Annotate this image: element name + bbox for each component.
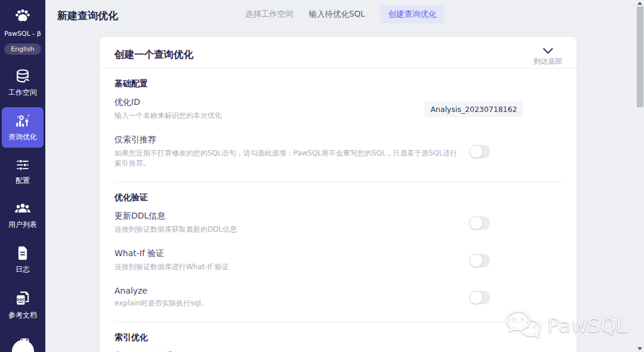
paw-logo-icon <box>14 8 32 26</box>
sidebar: PawSQL - β English 工作空间查询优化配置用户列表日志DOC参考… <box>0 0 45 352</box>
sidebar-item-label: 工作空间 <box>8 88 37 98</box>
setting-label: What-If 验证 <box>114 248 228 259</box>
setting-description: explain时是否实际执行sql。 <box>114 298 208 309</box>
svg-text:DOC: DOC <box>17 298 24 301</box>
sidebar-item-label: 日志 <box>16 264 30 275</box>
setting-description: 连接到验证数据库获取最新的DDL信息 <box>114 225 237 235</box>
create-optimization-card: 创建一个查询优化 到达底部 基础配置优化ID输入一个名称来标识您的本次优化仅索引… <box>100 37 577 352</box>
sidebar-item-workspace[interactable]: 工作空间 <box>2 63 44 103</box>
app-name: PawSQL - β <box>4 30 41 38</box>
scrollbar-up-arrow[interactable] <box>637 2 642 5</box>
optimization-id-input[interactable] <box>425 101 523 117</box>
setting-row-dedup-existing-indexes: 和已有索引去重是否和工作空间中现有的索引进行去重 <box>114 343 562 352</box>
setting-row-index-only-recommendation: 仅索引推荐如果您近期不打算修改的您的SQL语句，请勾选此选项；PawSQL将不会… <box>114 127 562 175</box>
database-icon <box>14 68 31 84</box>
input-wrap <box>425 101 523 117</box>
step-select-workspace[interactable]: 选择工作空间 <box>245 9 293 20</box>
what-if-validation-toggle[interactable] <box>469 254 490 267</box>
setting-description: 输入一个名称来标识您的本次优化 <box>114 111 222 121</box>
logo: PawSQL - β <box>4 8 41 38</box>
sidebar-item-label: 查询优化 <box>8 132 37 142</box>
users-icon <box>14 201 32 216</box>
section-title: 索引优化 <box>114 332 562 343</box>
sidebar-item-label: 配置 <box>16 176 30 186</box>
section-基础配置: 基础配置优化ID输入一个名称来标识您的本次优化仅索引推荐如果您近期不打算修改的您… <box>114 68 562 182</box>
index-only-recommendation-toggle[interactable] <box>469 145 490 158</box>
sidebar-item-user-list[interactable]: 用户列表 <box>2 195 44 235</box>
setting-row-optimization-id: 优化ID输入一个名称来标识您的本次优化 <box>114 89 562 127</box>
step-input-sql[interactable]: 输入待优化SQL <box>309 9 365 20</box>
toggle-knob <box>470 145 482 158</box>
sidebar-item-label: 参考文档 <box>8 310 37 320</box>
sidebar-item-config[interactable]: 配置 <box>2 152 44 191</box>
setting-text: 优化ID输入一个名称来标识您的本次优化 <box>114 97 222 121</box>
section-title: 基础配置 <box>114 79 562 89</box>
docs-icon: DOC <box>14 290 32 307</box>
card-header: 创建一个查询优化 到达底部 <box>100 37 577 68</box>
setting-label: 仅索引推荐 <box>114 135 460 145</box>
step-create-query-optimization[interactable]: 创建查询优化 <box>380 5 444 23</box>
setting-row-analyze: Analyzeexplain时是否实际执行sql。 <box>114 278 562 314</box>
log-icon <box>16 245 30 261</box>
setting-description: 连接到验证数据库进行What-If 验证 <box>114 262 228 272</box>
setting-text: Analyzeexplain时是否实际执行sql。 <box>114 286 208 309</box>
page-header: 新建查询优化 选择工作空间输入待优化SQL创建查询优化 <box>45 0 644 29</box>
optimization-icon <box>14 113 31 129</box>
setting-label: 优化ID <box>114 97 222 108</box>
scroll-hint-label: 到达底部 <box>534 57 562 67</box>
analyze-toggle[interactable] <box>469 291 490 304</box>
section-title: 优化验证 <box>114 192 562 203</box>
chevron-down-icon <box>543 45 553 57</box>
scroll-to-bottom[interactable]: 到达底部 <box>534 45 562 67</box>
wizard-steps: 选择工作空间输入待优化SQL创建查询优化 <box>245 0 444 29</box>
language-toggle[interactable]: English <box>4 43 41 55</box>
section-索引优化: 索引优化和已有索引去重是否和工作空间中现有的索引进行去重覆盖索引推荐是否启用覆盖… <box>114 322 562 352</box>
setting-text: 更新DDL信息连接到验证数据库获取最新的DDL信息 <box>114 211 237 235</box>
setting-text: 仅索引推荐如果您近期不打算修改的您的SQL语句，请勾选此选项；PawSQL将不会… <box>114 135 460 169</box>
scrollbar-thumb[interactable] <box>637 7 643 107</box>
card-body: 基础配置优化ID输入一个名称来标识您的本次优化仅索引推荐如果您近期不打算修改的您… <box>100 68 577 352</box>
card-title: 创建一个查询优化 <box>114 46 193 61</box>
sidebar-item-log[interactable]: 日志 <box>2 239 44 280</box>
update-ddl-info-toggle[interactable] <box>469 216 490 230</box>
setting-label: Analyze <box>114 286 208 295</box>
toggle-knob <box>470 291 482 304</box>
toggle-knob <box>470 254 482 267</box>
page-title: 新建查询优化 <box>57 9 118 23</box>
section-优化验证: 优化验证更新DDL信息连接到验证数据库获取最新的DDL信息What-If 验证连… <box>114 182 562 322</box>
sidebar-nav: 工作空间查询优化配置用户列表日志DOC参考文档联系我们 <box>0 58 45 352</box>
vertical-scrollbar[interactable] <box>636 0 644 352</box>
sliders-icon <box>14 158 31 172</box>
sidebar-item-label: 用户列表 <box>8 220 37 230</box>
scrollbar-down-arrow[interactable] <box>637 347 642 350</box>
sidebar-item-reference-docs[interactable]: DOC参考文档 <box>2 284 44 326</box>
setting-row-update-ddl-info: 更新DDL信息连接到验证数据库获取最新的DDL信息 <box>114 203 562 241</box>
sidebar-item-query-optimization[interactable]: 查询优化 <box>2 107 44 148</box>
setting-label: 更新DDL信息 <box>114 211 237 222</box>
setting-description: 如果您近期不打算修改的您的SQL语句，请勾选此选项；PawSQL将不会重写您的S… <box>114 148 460 169</box>
toggle-knob <box>470 217 482 229</box>
setting-row-what-if-validation: What-If 验证连接到验证数据库进行What-If 验证 <box>114 241 562 278</box>
setting-text: What-If 验证连接到验证数据库进行What-If 验证 <box>114 248 228 272</box>
